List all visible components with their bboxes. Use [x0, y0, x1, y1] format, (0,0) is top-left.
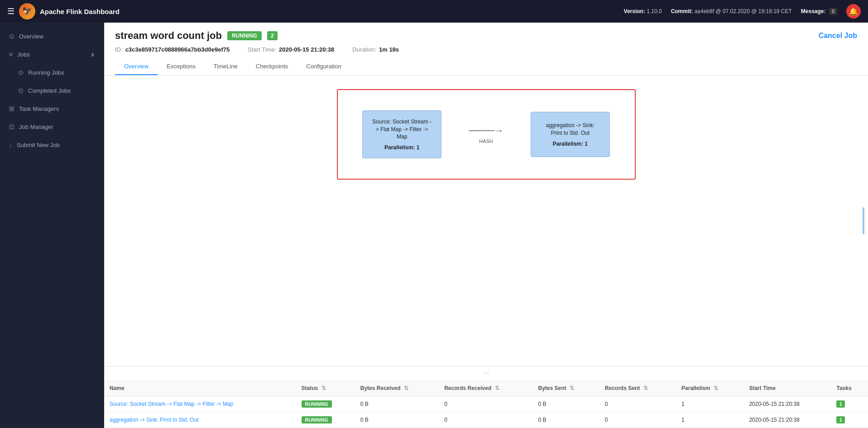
sink-node-parallelism: Parallelism: 1 — [553, 141, 588, 147]
jobs-label: Jobs — [17, 51, 29, 58]
sidebar-item-submit-new-job[interactable]: ↓ Submit New Job — [0, 136, 104, 154]
sidebar-item-job-manager[interactable]: ⊡ Job Manager — [0, 118, 104, 136]
table-row: aggregation -> Sink: Print to Std. OutRU… — [104, 412, 868, 428]
row-bytes_sent: 0 B — [532, 396, 599, 412]
sort-icon: ⇅ — [321, 385, 326, 391]
menu-toggle-button[interactable]: ☰ — [7, 6, 14, 16]
cancel-job-button[interactable]: Cancel Job — [819, 32, 857, 40]
row-records_received: 0 — [439, 396, 532, 412]
job-header: stream word count job RUNNING 2 Cancel J… — [104, 23, 868, 76]
jobs-section-left: ≡ Jobs — [9, 51, 30, 58]
message-count-badge: 0 — [829, 8, 837, 15]
overview-icon: ⊙ — [9, 33, 14, 40]
sidebar-item-overview[interactable]: ⊙ Overview — [0, 27, 104, 45]
row-start_time: 2020-05-15 21:20:38 — [743, 396, 831, 412]
job-duration-value: 1m 19s — [379, 46, 399, 53]
sidebar-item-running-jobs[interactable]: ⊙ Running Jobs — [5, 63, 104, 81]
job-manager-icon: ⊡ — [9, 123, 14, 130]
source-node-label: Source: Socket Stream -> Flat Map -> Fil… — [372, 118, 432, 141]
job-manager-label: Job Manager — [19, 124, 53, 130]
col-header-records_sent[interactable]: Records Sent ⇅ — [599, 380, 676, 396]
job-start-time-item: Start Time: 2020-05-15 21:20:38 — [248, 46, 334, 53]
col-header-bytes_sent[interactable]: Bytes Sent ⇅ — [532, 380, 599, 396]
sidebar-section-jobs[interactable]: ≡ Jobs ∧ — [0, 45, 104, 63]
message-info: Message: 0 — [801, 8, 837, 14]
task-managers-label: Task Managers — [19, 105, 59, 112]
arrow-container: ────→ HASH — [469, 125, 504, 144]
main-layout: ⊙ Overview ≡ Jobs ∧ ⊙ Running Jobs ⊙ Com… — [0, 23, 868, 428]
col-header-parallelism[interactable]: Parallelism ⇅ — [676, 380, 743, 396]
source-node-parallelism: Parallelism: 1 — [384, 144, 419, 151]
jobs-submenu: ⊙ Running Jobs ⊙ Completed Jobs — [0, 63, 104, 100]
app-logo: 🦅 — [19, 3, 35, 19]
job-title-left: stream word count job RUNNING 2 — [115, 30, 278, 42]
job-tabs: OverviewExceptionsTimeLineCheckpointsCon… — [115, 58, 857, 75]
row-name[interactable]: aggregation -> Sink: Print to Std. Out — [104, 412, 296, 428]
row-name[interactable]: Source: Socket Stream -> Flat Map -> Fil… — [104, 396, 296, 412]
sort-icon: ⇅ — [570, 385, 574, 391]
job-start-time-value: 2020-05-15 21:20:38 — [279, 46, 334, 53]
notification-button[interactable]: 🔔 — [846, 4, 861, 19]
jobs-chevron-icon: ∧ — [91, 51, 95, 58]
job-status-badge: RUNNING — [227, 31, 262, 40]
arrow-left: ────→ — [469, 125, 504, 136]
source-node[interactable]: Source: Socket Stream -> Flat Map -> Fil… — [362, 110, 441, 158]
scroll-handle[interactable] — [863, 207, 864, 234]
commit-info: Commit: aa4eb8f @ 07.02.2020 @ 19:18:19 … — [671, 8, 792, 14]
table-row: Source: Socket Stream -> Flat Map -> Fil… — [104, 396, 868, 412]
diagram-area: Source: Socket Stream -> Flat Map -> Fil… — [104, 76, 868, 366]
sink-node-label: aggregation -> Sink: Print to Std. Out — [540, 122, 600, 137]
job-start-time-label: Start Time: — [248, 46, 276, 53]
row-parallelism: 1 — [676, 412, 743, 428]
job-title: stream word count job — [115, 30, 222, 42]
header-right: Version: 1.10.0 Commit: aa4eb8f @ 07.02.… — [624, 4, 861, 19]
col-header-status[interactable]: Status ⇅ — [296, 380, 355, 396]
row-records_sent: 0 — [599, 412, 676, 428]
sidebar: ⊙ Overview ≡ Jobs ∧ ⊙ Running Jobs ⊙ Com… — [0, 23, 104, 428]
arrow-hash-label: HASH — [479, 138, 493, 144]
row-status: RUNNING — [296, 396, 355, 412]
row-start_time: 2020-05-15 21:20:38 — [743, 412, 831, 428]
tab-timeline[interactable]: TimeLine — [205, 58, 247, 75]
sidebar-overview-label: Overview — [19, 33, 43, 40]
row-bytes_received: 0 B — [355, 396, 439, 412]
job-duration-label: Duration: — [352, 46, 376, 53]
completed-jobs-icon: ⊙ — [18, 87, 24, 94]
col-header-name[interactable]: Name — [104, 380, 296, 396]
col-header-records_received[interactable]: Records Received ⇅ — [439, 380, 532, 396]
col-header-tasks[interactable]: Tasks — [831, 380, 868, 396]
table-expand-dots[interactable]: ··· — [104, 366, 868, 380]
running-jobs-label: Running Jobs — [28, 69, 64, 76]
job-parallelism-badge: 2 — [267, 31, 278, 40]
job-id-value: c3c3e859717c0888966a7bb3d0e9ef75 — [125, 46, 230, 53]
tab-overview[interactable]: Overview — [115, 58, 158, 75]
status-badge: RUNNING — [302, 416, 332, 423]
job-meta: ID: c3c3e859717c0888966a7bb3d0e9ef75 Sta… — [115, 46, 857, 53]
arrow-line: ────→ — [469, 125, 504, 136]
tab-checkpoints[interactable]: Checkpoints — [247, 58, 297, 75]
sink-node[interactable]: aggregation -> Sink: Print to Std. Out P… — [531, 112, 610, 157]
table-header: NameStatus ⇅Bytes Received ⇅Records Rece… — [104, 380, 868, 396]
row-parallelism: 1 — [676, 396, 743, 412]
running-jobs-icon: ⊙ — [18, 69, 24, 76]
job-title-row: stream word count job RUNNING 2 Cancel J… — [115, 30, 857, 42]
diagram-container: Source: Socket Stream -> Flat Map -> Fil… — [337, 89, 636, 180]
row-tasks: 1 — [831, 396, 868, 412]
version-info: Version: 1.10.0 — [624, 8, 662, 14]
sort-icon: ⇅ — [404, 385, 408, 391]
jobs-icon: ≡ — [9, 51, 13, 58]
tab-configuration[interactable]: Configuration — [297, 58, 350, 75]
completed-jobs-label: Completed Jobs — [28, 87, 71, 94]
task-badge: 1 — [836, 400, 844, 408]
app-title: Apache Flink Dashboard — [40, 8, 120, 15]
table-header-row: NameStatus ⇅Bytes Received ⇅Records Rece… — [104, 380, 868, 396]
sidebar-item-task-managers[interactable]: ⊞ Task Managers — [0, 100, 104, 118]
col-header-start_time[interactable]: Start Time — [743, 380, 831, 396]
job-duration-item: Duration: 1m 19s — [352, 46, 399, 53]
job-id-label: ID: — [115, 46, 123, 53]
tab-exceptions[interactable]: Exceptions — [158, 58, 205, 75]
row-tasks: 1 — [831, 412, 868, 428]
col-header-bytes_received[interactable]: Bytes Received ⇅ — [355, 380, 439, 396]
submit-new-job-label: Submit New Job — [17, 142, 60, 148]
sidebar-item-completed-jobs[interactable]: ⊙ Completed Jobs — [5, 81, 104, 100]
